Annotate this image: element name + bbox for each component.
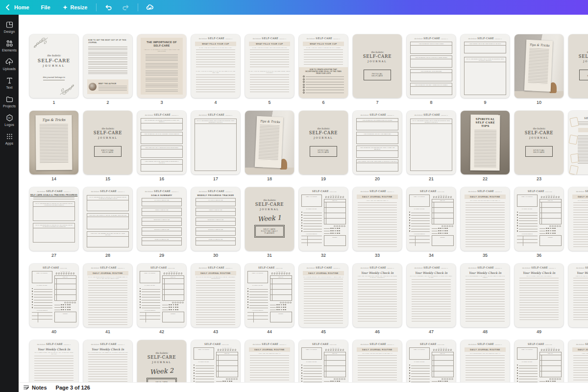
todays-focus-box: TODAY'S FOCUS [517,195,538,207]
page-cell: the holistic SELF-CARE JOURNAL this jour… [29,34,78,105]
page-thumbnail-49[interactable]: the holisticSELF-CAREJOURNAL Your Weekly… [514,264,564,327]
page-thumbnail-35[interactable]: the holisticSELF-CAREJOURNAL DAILY JOURN… [461,187,510,251]
page-thumbnail-59[interactable]: the holisticSELF-CAREJOURNAL DAILY JOURN… [353,340,402,382]
save-status-button[interactable] [141,0,159,15]
page-thumbnail-55[interactable]: the holistic SELF-CARE JOURNAL Week 2 SE… [137,340,186,382]
home-button[interactable]: Home [0,0,35,15]
page-thumbnail-21[interactable]: the holisticSELF-CAREJOURNALWHAT ARE SOM… [407,111,456,174]
page-thumbnail-27[interactable]: the holisticSELF-CAREJOURNAL SELF CARE G… [29,187,78,251]
page-thumbnail-50[interactable]: the holisticSELF-CAREJOURNAL Your Weekly… [568,264,588,327]
planner-layout: TODAY'S FOCUS THINGS TO DO APPOINTMENTS … [299,195,348,246]
page-thumbnail-54[interactable]: the holisticSELF-CAREJOURNAL Your Weekly… [83,340,132,382]
mood-tracker [324,378,345,380]
page-thumbnail-19[interactable]: the holistic SELF-CARE JOURNAL SPIRITUAL… [299,111,348,174]
page-thumbnail-5[interactable]: the holisticSELF-CAREJOURNAL WHAT FILLS … [245,34,294,98]
page-header: ~SELF-CAREROUTINE [514,343,564,346]
page-thumbnail-1[interactable]: the holistic SELF-CARE JOURNAL this jour… [29,34,78,98]
notes-button[interactable]: Notes [23,384,47,391]
page-cell: the holistic SELF-CARE JOURNAL MENTAL SE… [568,34,588,105]
sidebar-item-uploads[interactable]: Uploads [0,55,19,74]
page-thumbnail-20[interactable]: the holisticSELF-CAREJOURNALHOW OFTEN DO… [353,111,402,174]
prompt-text: WHAT FILLED YOUR CUP THE MOST? [517,275,561,277]
page-thumbnail-53[interactable]: the holisticSELF-CAREJOURNAL Your Weekly… [29,340,78,382]
page-thumbnail-33[interactable]: the holisticSELF-CAREJOURNAL DAILY JOURN… [353,187,402,251]
page-header: the holisticSELF-CAREJOURNAL [191,266,240,270]
question-box: HOW OFTEN DO YOU GET A GOOD NIGHT'S SLEE… [410,83,452,95]
page-thumbnail-29[interactable]: the holisticSELF-CAREJOURNAL GOALS SUMMA… [137,187,186,251]
page-thumbnail-22[interactable]: SPIRITUAL SELF CARE TIPS [461,111,510,174]
planner-layout: TODAY'S FOCUS THINGS TO DO APPOINTMENTS … [245,271,294,322]
prompt-text: WHAT ELSE WOULD YOU LIKE TO JOURNAL ABOU… [302,276,345,278]
page-title: WEEKLY PROGRESS TRACKER [191,194,240,196]
page-thumbnail-63[interactable]: the holisticSELF-CAREJOURNAL DAILY JOURN… [568,340,588,382]
page-thumbnail-14[interactable]: Tips & Tricks [29,111,78,174]
page-thumbnail-8[interactable]: the holisticSELF-CAREJOURNALHOW OFTEN DO… [407,34,456,98]
page-thumbnail-40[interactable]: ~SELF-CAREROUTINE TODAY'S FOCUS THINGS T… [29,264,78,327]
question-box: HOW WILL YOU KNOW IF YOU'VE ACHIEVED YOU… [87,213,129,229]
resize-button[interactable]: Resize [56,0,94,15]
page-thumbnail-57[interactable]: the holisticSELF-CAREJOURNAL DAILY JOURN… [245,340,294,382]
slot-label: PHYSICAL SELFCARE [142,198,182,202]
page-thumbnail-24[interactable]: SELF-CARE [568,111,588,174]
page-thumbnail-45[interactable]: the holisticSELF-CAREJOURNAL DAILY JOURN… [299,264,348,327]
file-button[interactable]: File [35,0,56,15]
mood-tracker [55,302,76,304]
page-thumbnail-36[interactable]: ~SELF-CAREROUTINE TODAY'S FOCUS THINGS T… [514,187,564,251]
summary-slot: EMOTIONAL SELFCARE [142,218,182,226]
page-thumbnail-44[interactable]: ~SELF-CAREROUTINE TODAY'S FOCUS THINGS T… [245,264,294,327]
page-thumbnail-42[interactable]: ~SELF-CAREROUTINE TODAY'S FOCUS THINGS T… [137,264,186,327]
appointments-table [301,236,322,246]
page-thumbnail-7[interactable]: the holistic SELF-CARE JOURNAL PHYSICAL … [353,34,402,98]
page-thumbnail-16[interactable]: the holisticSELF-CAREJOURNALHOW OFTEN DO… [137,111,186,174]
page-thumbnail-62[interactable]: ~SELF-CAREROUTINE TODAY'S FOCUS THINGS T… [514,340,564,382]
page-thumbnail-28[interactable]: the holisticSELF-CAREJOURNALWHAT ARE SOM… [83,187,132,251]
svg-text:co.: co. [8,117,11,119]
redo-button[interactable] [117,0,135,15]
page-thumbnail-34[interactable]: ~SELF-CAREROUTINE TODAY'S FOCUS THINGS T… [407,187,456,251]
page-thumbnail-56[interactable]: ~SELF-CAREROUTINE TODAY'S FOCUS THINGS T… [191,340,240,382]
page-thumbnail-37[interactable]: the holisticSELF-CAREJOURNAL DAILY JOURN… [568,187,588,251]
page-thumbnail-47[interactable]: the holisticSELF-CAREJOURNAL Your Weekly… [407,264,456,327]
page-thumbnail-17[interactable]: the holisticSELF-CAREJOURNALWHAT ARE SOM… [191,111,240,174]
page-number: 49 [514,329,564,334]
page-thumbnail-30[interactable]: the holisticSELF-CAREJOURNAL WEEKLY PROG… [191,187,240,251]
sidebar-item-text[interactable]: Text [0,74,19,92]
page-thumbnail-31[interactable]: the holistic SELF-CARE JOURNAL Week 1 SE… [245,187,294,251]
page-thumbnail-11[interactable]: the holistic SELF-CARE JOURNAL MENTAL SE… [568,34,588,98]
page-thumbnail-10[interactable]: Tips & Tricks [514,34,564,98]
todo-list [32,287,52,308]
page-thumbnail-18[interactable]: Tips & Tricks [245,111,294,174]
page-thumbnail-41[interactable]: the holisticSELF-CAREJOURNAL DAILY JOURN… [83,264,132,327]
page-thumbnail-2[interactable]: HOW TO GET THE MOST OUT OF OF THIS JOURN… [83,34,132,98]
page-thumbnail-15[interactable]: the holistic SELF-CARE JOURNAL EMOTIONAL… [83,111,132,174]
todo-list [194,363,214,382]
page-thumbnail-6[interactable]: the holisticSELF-CAREJOURNAL WHAT FILLS … [299,34,348,98]
page-thumbnail-3[interactable]: THE IMPORTANCE OF SELF-CARE AND WHY IT I… [137,34,186,98]
page-thumbnail-43[interactable]: the holisticSELF-CAREJOURNAL DAILY JOURN… [191,264,240,327]
appointments-table [140,312,160,322]
page-thumbnail-4[interactable]: the holisticSELF-CAREJOURNAL WHAT FILLS … [191,34,240,98]
sidebar-item-design[interactable]: Design [0,18,19,36]
page-thumbnail-60[interactable]: ~SELF-CAREROUTINE TODAY'S FOCUS THINGS T… [407,340,456,382]
sidebar-item-elements[interactable]: Elements [0,36,19,55]
page-thumbnail-9[interactable]: the holisticSELF-CAREJOURNALHOW WOULD YO… [461,34,510,98]
page-cell: the holisticSELF-CAREJOURNAL DAILY JOURN… [191,264,240,334]
water-tracker [539,349,562,351]
sidebar-item-logos[interactable]: co.Logos [0,111,19,129]
sidebar-item-projects[interactable]: Projects [0,92,19,111]
question-box: HOW WOULD YOU RATE YOUR OVERALL HEALTH? [464,42,506,53]
page-thumbnail-58[interactable]: ~SELF-CAREROUTINE TODAY'S FOCUS THINGS T… [299,340,348,382]
divider-label-box: EMOTIONAL SELFCARE [94,146,122,157]
page-thumbnail-23[interactable]: the holistic SELF-CARE JOURNAL SPIRITUAL… [514,111,564,174]
page-thumbnail-32[interactable]: ~SELF-CAREROUTINE TODAY'S FOCUS THINGS T… [299,187,348,251]
author-title: MEET THE AUTHOR [98,83,127,85]
appointments-label: APPOINTMENTS [140,310,160,311]
page-thumbnail-61[interactable]: the holisticSELF-CAREJOURNAL DAILY JOURN… [461,340,510,382]
sidebar-item-apps[interactable]: Apps [0,129,19,148]
undo-button[interactable] [99,0,117,15]
page-header: the holisticSELF-CAREJOURNAL [83,343,132,346]
habit-checkboxes [270,304,292,311]
page-thumbnail-46[interactable]: the holisticSELF-CAREJOURNAL Your Weekly… [353,264,402,327]
page-thumbnail-48[interactable]: the holisticSELF-CAREJOURNAL Your Weekly… [461,264,510,327]
slot-label: PHYSICAL SELFCARE [196,198,236,202]
